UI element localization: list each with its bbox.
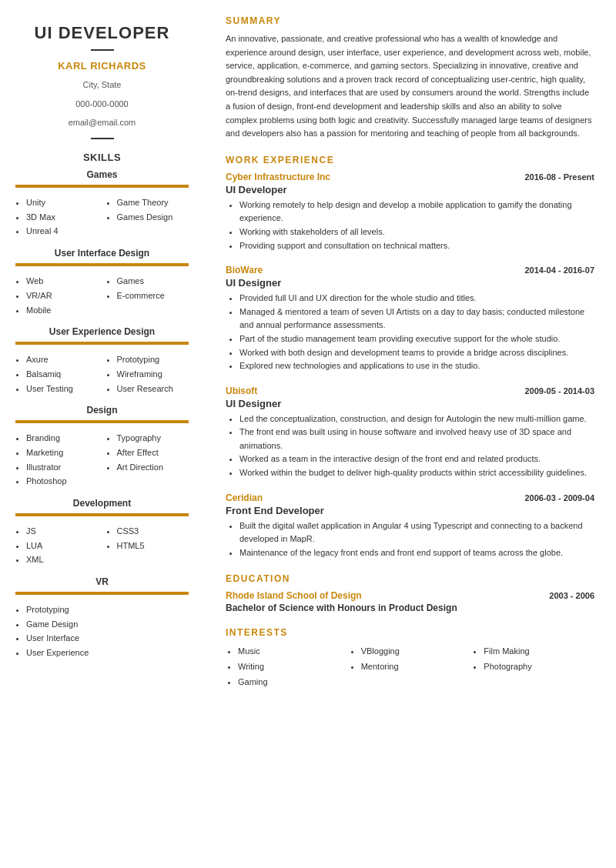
work-bullet-item: Working remotely to help design and deve…	[239, 199, 594, 225]
skill-columns: Unity3D MaxUnreal 4Game TheoryGames Desi…	[15, 195, 189, 239]
skill-category-title: User Experience Design	[15, 326, 189, 337]
work-bullet-item: Part of the studio management team provi…	[239, 332, 594, 346]
work-bullet-item: Managed & mentored a team of seven UI Ar…	[239, 305, 594, 332]
job-title: Front End Developer	[226, 505, 594, 516]
skill-item: Art Direction	[117, 460, 189, 475]
skill-item: Unity	[26, 195, 99, 210]
contact-email: email@email.com	[15, 115, 189, 130]
skill-item: After Effect	[117, 446, 189, 460]
skill-col: AxureBalsamiqUser Testing	[15, 352, 99, 396]
skills-label: SKILLS	[15, 152, 189, 163]
sidebar: UI DEVELOPER KARL RICHARDS City, State 0…	[0, 0, 204, 868]
skill-item: Games Design	[117, 210, 189, 225]
work-bullet-item: The front end was built using in house s…	[239, 426, 594, 452]
skill-col: WebVR/ARMobile	[15, 274, 99, 317]
interest-col: Film MakingPhotography	[471, 644, 594, 689]
edu-degree: Bachelor of Science with Honours in Prod…	[226, 603, 594, 613]
work-bullet-item: Worked as a team in the interactive desi…	[239, 452, 594, 466]
work-bullet-item: Providing support and consultation on te…	[239, 239, 594, 253]
work-bullet-item: Provided full UI and UX direction for th…	[239, 292, 594, 305]
edu-dates: 2003 - 2006	[549, 591, 594, 600]
skill-item: Axure	[26, 352, 99, 367]
person-name: KARL RICHARDS	[15, 60, 189, 72]
work-bullets: Led the conceptualization, construction,…	[226, 412, 594, 480]
skill-item: XML	[26, 553, 99, 567]
skill-item: User Interface	[26, 631, 189, 646]
main-content: SUMMARY An innovative, passionate, and c…	[204, 0, 616, 868]
interest-col: VBloggingMentoring	[349, 644, 472, 689]
interests-container: MusicWritingGamingVBloggingMentoringFilm…	[226, 644, 594, 689]
work-entry: Ubisoft2009-05 - 2014-03UI DesignerLed t…	[226, 386, 594, 480]
interests-title: INTERESTS	[226, 627, 594, 638]
edu-school: Rhode Island School of Design	[226, 590, 362, 601]
work-bullet-item: Worked within the budget to deliver high…	[239, 466, 594, 480]
skill-category-title: Design	[15, 405, 189, 416]
skill-item: Web	[26, 274, 99, 289]
work-bullets: Provided full UI and UX direction for th…	[226, 292, 594, 373]
skill-category-title: VR	[15, 576, 189, 587]
skill-item: Wireframing	[117, 367, 189, 382]
skill-item: User Research	[117, 382, 189, 396]
skill-item: Unreal 4	[26, 224, 99, 239]
work-dates: 2016-08 - Present	[525, 172, 595, 182]
skill-category-title: User Interface Design	[15, 248, 189, 259]
summary-text: An innovative, passionate, and creative …	[226, 32, 594, 141]
skill-item: Branding	[26, 431, 99, 446]
divider-bottom	[91, 138, 114, 139]
skill-item: Mobile	[26, 303, 99, 318]
work-bullet-item: Explored new technologies and applicatio…	[239, 359, 594, 373]
contact-city: City, State	[15, 78, 189, 92]
education-title: EDUCATION	[226, 573, 594, 584]
work-bullet-item: Worked with both design and development …	[239, 346, 594, 360]
skill-columns: AxureBalsamiqUser TestingPrototypingWire…	[15, 352, 189, 396]
skill-item: HTML5	[117, 539, 189, 553]
skill-bar	[15, 185, 189, 188]
skill-item: LUA	[26, 539, 99, 553]
skill-col: CSS3HTML5	[106, 524, 189, 567]
interest-item: Mentoring	[361, 659, 472, 675]
work-header: BioWare2014-04 - 2016-07	[226, 265, 594, 275]
skill-item: JS	[26, 524, 99, 539]
job-title: UI Designer	[226, 398, 594, 409]
edu-header: Rhode Island School of Design2003 - 2006	[226, 590, 594, 601]
work-bullets: Working remotely to help design and deve…	[226, 199, 594, 252]
job-title: UI Developer	[226, 184, 594, 195]
skill-item: Photoshop	[26, 474, 99, 489]
interest-item: VBlogging	[361, 644, 472, 659]
skill-bar	[15, 592, 189, 595]
company-name: Ubisoft	[226, 386, 257, 396]
skill-bar	[15, 420, 189, 423]
skill-item: User Experience	[26, 646, 189, 660]
skill-item: Games	[117, 274, 189, 289]
job-title: UI Designer	[226, 277, 594, 289]
contact-phone: 000-000-0000	[15, 97, 189, 112]
skill-category-title: Development	[15, 498, 189, 509]
skill-columns: PrototypingGame DesignUser InterfaceUser…	[15, 603, 189, 660]
skill-col: Unity3D MaxUnreal 4	[15, 195, 99, 239]
work-dates: 2006-03 - 2009-04	[524, 493, 594, 502]
company-name: Cyber Infrastructure Inc	[226, 172, 330, 182]
skill-item: 3D Max	[26, 210, 99, 225]
company-name: BioWare	[226, 265, 263, 275]
skill-item: Prototyping	[26, 603, 189, 617]
skill-item: Game Design	[26, 617, 189, 632]
work-dates: 2009-05 - 2014-03	[524, 386, 594, 396]
skill-col: BrandingMarketingIllustratorPhotoshop	[15, 431, 99, 489]
work-entry: BioWare2014-04 - 2016-07UI DesignerProvi…	[226, 265, 594, 373]
work-header: Ubisoft2009-05 - 2014-03	[226, 386, 594, 396]
skill-item: Typography	[117, 431, 189, 446]
skill-col: PrototypingGame DesignUser InterfaceUser…	[15, 603, 189, 660]
work-header: Cyber Infrastructure Inc2016-08 - Presen…	[226, 172, 594, 182]
skill-item: Balsamiq	[26, 367, 99, 382]
divider-top	[91, 49, 114, 51]
skill-item: Game Theory	[117, 195, 189, 210]
edu-entry: Rhode Island School of Design2003 - 2006…	[226, 590, 594, 613]
skill-item: E-commerce	[117, 289, 189, 303]
skill-item: Prototyping	[117, 352, 189, 367]
skill-bar	[15, 513, 189, 516]
skill-columns: WebVR/ARMobileGamesE-commerce	[15, 274, 189, 317]
work-bullet-item: Led the conceptualization, construction,…	[239, 412, 594, 426]
jobs-container: Cyber Infrastructure Inc2016-08 - Presen…	[226, 172, 594, 560]
skill-bar	[15, 263, 189, 266]
skill-item: CSS3	[117, 524, 189, 539]
